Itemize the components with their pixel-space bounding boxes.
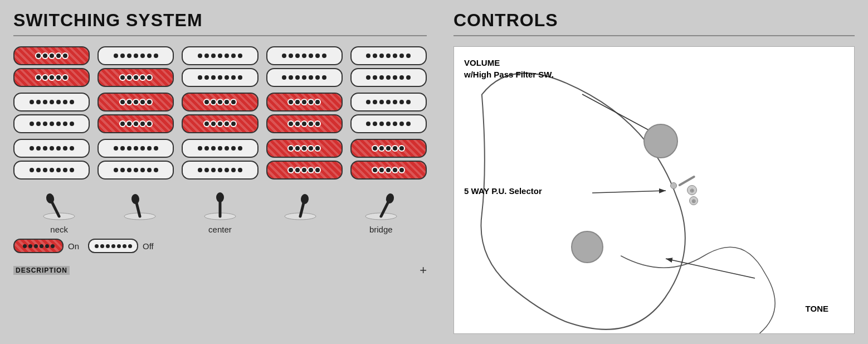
right-divider xyxy=(453,35,855,36)
pickup-block-r2c4 xyxy=(266,93,343,133)
pickup-block-r1c5 xyxy=(350,46,427,87)
pickup-coil-r3c3-bot xyxy=(182,161,258,180)
legend-off-label: Off xyxy=(143,241,154,251)
left-panel: SWITCHING SYSTEM xyxy=(0,0,440,344)
pickup-coil-r2c5-bot xyxy=(350,114,427,133)
pickup-block-r2c2 xyxy=(97,93,174,133)
pickup-coil-r1c2-top xyxy=(97,46,174,65)
pickup-coil-r2c3-bot xyxy=(182,114,258,133)
pickup-block-r3c1 xyxy=(13,139,90,180)
pickup-block-r3c3 xyxy=(182,139,258,180)
pickup-block-r3c4 xyxy=(266,139,343,180)
switch-center: center xyxy=(184,190,256,234)
pickup-coil-r3c1-top xyxy=(13,139,90,158)
legend-on-label: On xyxy=(68,241,79,251)
volume-label: VOLUMEw/High Pass Filter SW. xyxy=(464,57,554,80)
legend-on: On xyxy=(13,239,79,253)
switch-midleft xyxy=(104,190,176,225)
pickup-block-r1c3 xyxy=(182,46,258,87)
selector-label: 5 WAY P.U. Selector xyxy=(464,186,542,196)
switch-bridge: bridge xyxy=(345,190,417,234)
midleft-switch-icon xyxy=(120,190,159,220)
pickup-coil-r3c4-top xyxy=(266,139,343,158)
neck-switch-icon xyxy=(40,190,79,220)
pickup-block-r1c2 xyxy=(97,46,174,87)
pickup-coil-r1c3-bot xyxy=(182,68,258,87)
bridge-label: bridge xyxy=(369,225,393,234)
center-switch-icon xyxy=(201,190,240,220)
svg-point-11 xyxy=(301,193,310,204)
svg-point-5 xyxy=(131,193,140,204)
midright-switch-icon xyxy=(281,190,320,220)
pickup-coil-r1c4-top xyxy=(266,46,343,65)
description-bar: DESCRIPTION + xyxy=(13,263,427,278)
pickup-coil-r1c4-bot xyxy=(266,68,343,87)
volume-text: VOLUMEw/High Pass Filter SW. xyxy=(464,58,554,79)
tone-label: TONE xyxy=(806,304,828,313)
neck-label: neck xyxy=(50,225,68,234)
pickup-coil-r1c1-bot xyxy=(13,68,90,87)
switch-neck: neck xyxy=(23,190,95,234)
legend-on-coil xyxy=(13,239,64,253)
controls-title: CONTROLS xyxy=(453,10,855,31)
pickup-coil-r1c1-top xyxy=(13,46,90,65)
bridge-switch-icon xyxy=(362,190,401,220)
pickup-block-r2c5 xyxy=(350,93,427,133)
pickup-coil-r2c5-top xyxy=(350,93,427,112)
pickup-coil-r3c2-bot xyxy=(97,161,174,180)
pickup-block-r1c1 xyxy=(13,46,90,87)
pickup-coil-r2c2-top xyxy=(97,93,174,112)
pickup-coil-r1c5-top xyxy=(350,46,427,65)
center-label: center xyxy=(208,225,232,234)
pickup-coil-r2c2-bot xyxy=(97,114,174,133)
pickup-coil-r2c1-top xyxy=(13,93,90,112)
switch-midright xyxy=(264,190,337,225)
pickup-coil-r3c5-bot xyxy=(350,161,427,180)
description-label: DESCRIPTION xyxy=(13,266,70,275)
switching-system-title: SWITCHING SYSTEM xyxy=(13,10,427,31)
pickup-coil-r3c5-top xyxy=(350,139,427,158)
right-panel: CONTROLS VOLUMEw/High Pass Filter SW. xyxy=(440,0,868,344)
pickup-grid xyxy=(13,46,427,180)
pickup-coil-r2c1-bot xyxy=(13,114,90,133)
legend-row: On Off xyxy=(13,239,427,253)
svg-point-8 xyxy=(216,192,224,202)
pickup-block-r1c4 xyxy=(266,46,343,87)
switch-positions-row: neck center xyxy=(13,190,427,234)
pickup-coil-r2c4-bot xyxy=(266,114,343,133)
pickup-coil-r2c3-top xyxy=(182,93,258,112)
selector-text: 5 WAY P.U. Selector xyxy=(464,186,542,196)
legend-off-coil xyxy=(88,239,138,253)
pickup-coil-r1c3-top xyxy=(182,46,258,65)
pickup-coil-r2c4-top xyxy=(266,93,343,112)
pickup-coil-r3c2-top xyxy=(97,139,174,158)
legend-off: Off xyxy=(88,239,154,253)
pickup-coil-r3c1-bot xyxy=(13,161,90,180)
selector-knob-2: ⊕ xyxy=(689,196,698,205)
selector-knob-1: ⊕ xyxy=(687,185,697,195)
pickup-block-r3c5 xyxy=(350,139,427,180)
pickup-block-r2c3 xyxy=(182,93,258,133)
controls-diagram: VOLUMEw/High Pass Filter SW. ⊕ xyxy=(453,46,855,334)
selector-ball xyxy=(670,182,677,189)
left-divider xyxy=(13,35,427,36)
pickup-coil-r3c3-top xyxy=(182,139,258,158)
pickup-coil-r1c5-bot xyxy=(350,68,427,87)
pickup-coil-r1c2-bot xyxy=(97,68,174,87)
plus-icon[interactable]: + xyxy=(420,263,427,278)
tone-knob xyxy=(571,231,603,263)
pickup-block-r2c1 xyxy=(13,93,90,133)
tone-text: TONE xyxy=(806,304,828,313)
pickup-coil-r3c4-bot xyxy=(266,161,343,180)
volume-knob xyxy=(643,124,678,158)
pickup-block-r3c2 xyxy=(97,139,174,180)
